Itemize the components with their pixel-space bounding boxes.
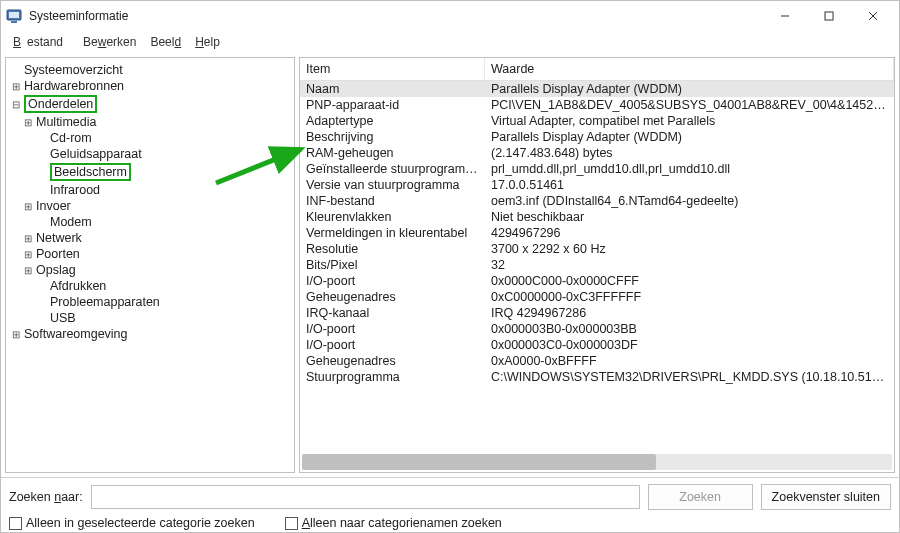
row-value: 0xC0000000-0xC3FFFFFF — [491, 290, 888, 304]
row-value: 32 — [491, 258, 888, 272]
tree-ports[interactable]: ⊞Poorten — [6, 246, 294, 262]
row-key: Beschrijving — [306, 130, 491, 144]
row-value: 3700 x 2292 x 60 Hz — [491, 242, 888, 256]
tree-panel: Systeemoverzicht ⊞Hardwarebronnen ⊟Onder… — [5, 57, 295, 473]
close-search-button[interactable]: Zoekvenster sluiten — [761, 484, 891, 510]
tree-cdrom[interactable]: Cd-rom — [6, 130, 294, 146]
details-row[interactable]: StuurprogrammaC:\WINDOWS\SYSTEM32\DRIVER… — [300, 369, 894, 385]
expand-icon[interactable]: ⊞ — [22, 249, 34, 260]
tree-storage[interactable]: ⊞Opslag — [6, 262, 294, 278]
details-panel: Item Waarde NaamParallels Display Adapte… — [299, 57, 895, 473]
details-row[interactable]: Geheugenadres0xC0000000-0xC3FFFFFF — [300, 289, 894, 305]
search-button[interactable]: Zoeken — [648, 484, 753, 510]
details-row[interactable]: AdaptertypeVirtual Adapter, compatibel m… — [300, 113, 894, 129]
details-row[interactable]: BeschrijvingParallels Display Adapter (W… — [300, 129, 894, 145]
close-button[interactable] — [851, 1, 895, 31]
tree-input[interactable]: ⊞Invoer — [6, 198, 294, 214]
tree-display[interactable]: Beeldscherm — [6, 162, 294, 182]
tree-multimedia[interactable]: ⊞Multimedia — [6, 114, 294, 130]
expand-icon[interactable]: ⊞ — [10, 329, 22, 340]
details-row[interactable]: I/O-poort0x000003B0-0x000003BB — [300, 321, 894, 337]
row-key: Geïnstalleerde stuurprogramm… — [306, 162, 491, 176]
details-row[interactable]: I/O-poort0x0000C000-0x0000CFFF — [300, 273, 894, 289]
search-area: Zoeken naar: Zoeken Zoekvenster sluiten … — [1, 477, 899, 532]
maximize-button[interactable] — [807, 1, 851, 31]
header-item[interactable]: Item — [300, 58, 485, 80]
tree-sound[interactable]: Geluidsapparaat — [6, 146, 294, 162]
details-row[interactable]: INF-bestandoem3.inf (DDInstall64_6.NTamd… — [300, 193, 894, 209]
row-value: Parallels Display Adapter (WDDM) — [491, 130, 888, 144]
row-value: 0x0000C000-0x0000CFFF — [491, 274, 888, 288]
row-value: C:\WINDOWS\SYSTEM32\DRIVERS\PRL_KMDD.SYS… — [491, 370, 888, 384]
row-key: IRQ-kanaal — [306, 306, 491, 320]
details-row[interactable]: Bits/Pixel32 — [300, 257, 894, 273]
window-title: Systeeminformatie — [29, 9, 763, 23]
search-label: Zoeken naar: — [9, 490, 83, 504]
details-row[interactable]: Versie van stuurprogramma17.0.0.51461 — [300, 177, 894, 193]
row-value: PCI\VEN_1AB8&DEV_4005&SUBSYS_04001AB8&RE… — [491, 98, 888, 112]
menu-help[interactable]: Help — [189, 33, 226, 51]
details-header: Item Waarde — [300, 58, 894, 81]
row-value: oem3.inf (DDInstall64_6.NTamd64-gedeelte… — [491, 194, 888, 208]
row-value: Niet beschikbaar — [491, 210, 888, 224]
details-row[interactable]: NaamParallels Display Adapter (WDDM) — [300, 81, 894, 97]
tree-network[interactable]: ⊞Netwerk — [6, 230, 294, 246]
details-row[interactable]: IRQ-kanaalIRQ 4294967286 — [300, 305, 894, 321]
row-value: 4294967296 — [491, 226, 888, 240]
expand-icon[interactable]: ⊞ — [10, 81, 22, 92]
details-row[interactable]: I/O-poort0x000003C0-0x000003DF — [300, 337, 894, 353]
checkbox-category-names[interactable]: Alleen naar categorienamen zoeken — [285, 516, 502, 530]
expand-icon[interactable]: ⊞ — [22, 233, 34, 244]
details-row[interactable]: Resolutie3700 x 2292 x 60 Hz — [300, 241, 894, 257]
header-value[interactable]: Waarde — [485, 58, 894, 80]
row-key: PNP-apparaat-id — [306, 98, 491, 112]
row-key: Kleurenvlakken — [306, 210, 491, 224]
search-input[interactable] — [91, 485, 640, 509]
row-value: prl_umdd.dll,prl_umdd10.dll,prl_umdd10.d… — [491, 162, 888, 176]
expand-icon[interactable]: ⊞ — [22, 117, 34, 128]
row-key: RAM-geheugen — [306, 146, 491, 160]
details-row[interactable]: PNP-apparaat-idPCI\VEN_1AB8&DEV_4005&SUB… — [300, 97, 894, 113]
details-row[interactable]: Geïnstalleerde stuurprogramm…prl_umdd.dl… — [300, 161, 894, 177]
tree-usb[interactable]: USB — [6, 310, 294, 326]
app-icon — [5, 7, 23, 25]
scrollbar-thumb[interactable] — [302, 454, 656, 470]
svg-rect-2 — [11, 21, 17, 23]
tree-printing[interactable]: Afdrukken — [6, 278, 294, 294]
tree-infrared[interactable]: Infrarood — [6, 182, 294, 198]
details-row[interactable]: Vermeldingen in kleurentabel4294967296 — [300, 225, 894, 241]
menu-view[interactable]: Beeld — [144, 33, 187, 51]
minimize-button[interactable] — [763, 1, 807, 31]
titlebar: Systeeminformatie — [1, 1, 899, 31]
horizontal-scrollbar[interactable] — [302, 454, 892, 470]
row-key: Naam — [306, 82, 491, 96]
row-key: INF-bestand — [306, 194, 491, 208]
row-value: Virtual Adapter, compatibel met Parallel… — [491, 114, 888, 128]
expand-icon[interactable]: ⊞ — [22, 201, 34, 212]
expand-icon[interactable]: ⊞ — [22, 265, 34, 276]
tree-problem-devices[interactable]: Probleemapparaten — [6, 294, 294, 310]
row-value: 0x000003B0-0x000003BB — [491, 322, 888, 336]
row-value: 0xA0000-0xBFFFF — [491, 354, 888, 368]
tree-modem[interactable]: Modem — [6, 214, 294, 230]
row-key: Vermeldingen in kleurentabel — [306, 226, 491, 240]
details-row[interactable]: Geheugenadres0xA0000-0xBFFFF — [300, 353, 894, 369]
menu-file[interactable]: Bestand — [7, 33, 75, 51]
row-value: IRQ 4294967286 — [491, 306, 888, 320]
row-key: Bits/Pixel — [306, 258, 491, 272]
row-value: 0x000003C0-0x000003DF — [491, 338, 888, 352]
checkbox-icon — [9, 517, 22, 530]
tree-components[interactable]: ⊟Onderdelen — [6, 94, 294, 114]
tree-system-summary[interactable]: Systeemoverzicht — [6, 62, 294, 78]
row-key: I/O-poort — [306, 274, 491, 288]
tree-software-env[interactable]: ⊞Softwareomgeving — [6, 326, 294, 342]
collapse-icon[interactable]: ⊟ — [10, 99, 22, 110]
menu-edit[interactable]: Bewerken — [77, 33, 142, 51]
checkbox-selected-category[interactable]: Alleen in geselecteerde categorie zoeken — [9, 516, 255, 530]
row-key: Stuurprogramma — [306, 370, 491, 384]
details-row[interactable]: KleurenvlakkenNiet beschikbaar — [300, 209, 894, 225]
tree-hardware-resources[interactable]: ⊞Hardwarebronnen — [6, 78, 294, 94]
row-value: (2.147.483.648) bytes — [491, 146, 888, 160]
row-value: Parallels Display Adapter (WDDM) — [491, 82, 888, 96]
details-row[interactable]: RAM-geheugen(2.147.483.648) bytes — [300, 145, 894, 161]
